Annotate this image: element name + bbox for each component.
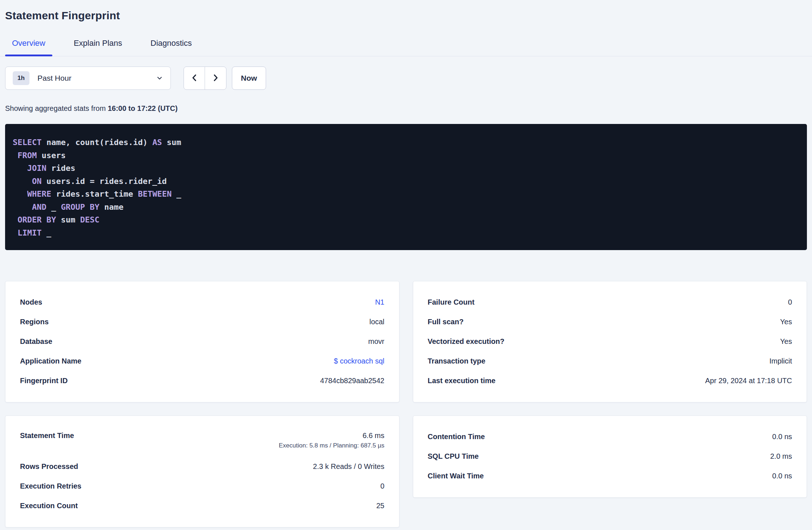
stat-label: Nodes — [20, 298, 42, 306]
stat-row-vectorized-execution: Vectorized execution?Yes — [428, 332, 792, 351]
stat-label: Full scan? — [428, 318, 464, 326]
stat-row-last-execution-time: Last execution timeApr 29, 2024 at 17:18… — [428, 371, 792, 390]
stats-range: 16:00 to 17:22 (UTC) — [108, 104, 177, 112]
sql-line: ORDER BY sum DESC — [13, 213, 799, 226]
stat-row-contention-time: Contention Time0.0 ns — [428, 427, 792, 446]
chevron-left-icon — [190, 74, 198, 83]
stat-subvalue: Execution: 5.8 ms / Planning: 687.5 µs — [279, 442, 384, 449]
time-range-badge: 1h — [13, 71, 29, 85]
page-title: Statement Fingerprint — [5, 9, 807, 22]
time-range-picker[interactable]: 1h Past Hour — [5, 67, 171, 90]
stat-label: Fingerprint ID — [20, 377, 68, 385]
stat-label: Execution Count — [20, 502, 78, 510]
stat-row-statement-time: Statement Time6.6 msExecution: 5.8 ms / … — [20, 427, 385, 457]
time-controls: 1h Past Hour Now — [5, 67, 807, 90]
stat-label: Client Wait Time — [428, 472, 484, 480]
stat-value: 0.0 ns — [772, 472, 792, 480]
stat-value-wrap: 0.0 ns — [772, 433, 792, 441]
stat-value-wrap: $ cockroach sql — [334, 357, 385, 365]
stat-value: 2.0 ms — [770, 452, 792, 461]
stat-label: Database — [20, 337, 52, 346]
stat-value-wrap: 6.6 msExecution: 5.8 ms / Planning: 687.… — [279, 427, 384, 449]
stat-row-execution-retries: Execution Retries0 — [20, 476, 385, 496]
stat-value: 4784cb829aab2542 — [320, 377, 385, 385]
stat-row-application-name: Application Name$ cockroach sql — [20, 351, 385, 371]
sql-line: JOIN rides — [13, 162, 799, 175]
sql-line: ON users.id = rides.rider_id — [13, 175, 799, 188]
chevron-down-icon — [156, 75, 163, 82]
stat-value-wrap: 4784cb829aab2542 — [320, 377, 385, 385]
stat-label: Execution Retries — [20, 482, 81, 490]
stat-value-wrap: 2.3 k Reads / 0 Writes — [313, 462, 384, 471]
now-button[interactable]: Now — [232, 67, 266, 90]
stat-value: 0 — [380, 482, 384, 490]
tab-explain-plans[interactable]: Explain Plans — [67, 38, 129, 56]
stat-value: movr — [368, 337, 384, 346]
time-step-buttons — [184, 67, 226, 90]
stat-value-wrap: movr — [368, 337, 384, 346]
stat-value: Apr 29, 2024 at 17:18 UTC — [705, 377, 792, 385]
sql-line: FROM users — [13, 149, 799, 162]
stat-value-link[interactable]: $ cockroach sql — [334, 357, 385, 365]
aggregated-stats-text: Showing aggregated stats from 16:00 to 1… — [5, 104, 807, 113]
stat-row-fingerprint-id: Fingerprint ID4784cb829aab2542 — [20, 371, 385, 390]
stat-label: Transaction type — [428, 357, 486, 365]
statement-timing-card-left: Statement Time6.6 msExecution: 5.8 ms / … — [5, 415, 399, 527]
stat-label: Last execution time — [428, 377, 496, 385]
stat-value-wrap: 0 — [788, 298, 792, 306]
stat-value-wrap: Yes — [780, 318, 792, 326]
stat-value: local — [369, 318, 384, 326]
stat-value-wrap: 0.0 ns — [772, 472, 792, 480]
stat-label: SQL CPU Time — [428, 452, 479, 461]
tab-diagnostics[interactable]: Diagnostics — [144, 38, 199, 56]
stat-value-link[interactable]: N1 — [375, 298, 385, 306]
stat-value-wrap: N1 — [375, 298, 385, 306]
stat-label: Regions — [20, 318, 49, 326]
stat-value-wrap: 0 — [380, 482, 384, 490]
sql-line: LIMIT _ — [13, 226, 799, 240]
stat-value-wrap: Yes — [780, 337, 792, 346]
statement-timing-card-right: Contention Time0.0 nsSQL CPU Time2.0 msC… — [413, 415, 807, 498]
stat-value-wrap: Implicit — [769, 357, 792, 365]
sql-line: AND _ GROUP BY name — [13, 201, 799, 214]
stat-value-wrap: Apr 29, 2024 at 17:18 UTC — [705, 377, 792, 385]
stat-row-transaction-type: Transaction typeImplicit — [428, 351, 792, 371]
sql-statement-box: SELECT name, count(rides.id) AS sum FROM… — [5, 124, 807, 250]
stat-row-database: Databasemovr — [20, 332, 385, 351]
stat-label: Contention Time — [428, 433, 485, 441]
stat-row-client-wait-time: Client Wait Time0.0 ns — [428, 466, 792, 486]
stat-value: Yes — [780, 337, 792, 346]
stat-row-execution-count: Execution Count25 — [20, 496, 385, 515]
tab-bar: OverviewExplain PlansDiagnostics — [0, 38, 812, 56]
stat-label: Statement Time — [20, 427, 74, 440]
stat-row-rows-processed: Rows Processed2.3 k Reads / 0 Writes — [20, 457, 385, 476]
chevron-right-icon — [212, 74, 220, 83]
statement-details-card-right: Failure Count0Full scan?YesVectorized ex… — [413, 281, 807, 402]
stats-cards: NodesN1RegionslocalDatabasemovrApplicati… — [5, 281, 807, 527]
stat-label: Application Name — [20, 357, 81, 365]
stats-prefix: Showing aggregated stats from — [5, 104, 108, 112]
sql-line: WHERE rides.start_time BETWEEN _ — [13, 188, 799, 201]
stat-value: 0.0 ns — [772, 433, 792, 441]
previous-range-button[interactable] — [184, 67, 205, 89]
statement-details-card-left: NodesN1RegionslocalDatabasemovrApplicati… — [5, 281, 399, 402]
stat-label: Rows Processed — [20, 462, 78, 471]
time-range-label: Past Hour — [37, 74, 71, 83]
stat-value: Yes — [780, 318, 792, 326]
stat-row-nodes: NodesN1 — [20, 292, 385, 312]
sql-line: SELECT name, count(rides.id) AS sum — [13, 136, 799, 149]
stat-row-regions: Regionslocal — [20, 312, 385, 332]
next-range-button[interactable] — [205, 67, 226, 89]
stat-value: Implicit — [769, 357, 792, 365]
stat-value-wrap: local — [369, 318, 384, 326]
stat-value: 2.3 k Reads / 0 Writes — [313, 462, 384, 471]
stat-label: Failure Count — [428, 298, 475, 306]
stat-row-sql-cpu-time: SQL CPU Time2.0 ms — [428, 446, 792, 466]
stat-label: Vectorized execution? — [428, 337, 505, 346]
tab-overview[interactable]: Overview — [5, 38, 52, 56]
stat-value-wrap: 2.0 ms — [770, 452, 792, 461]
stat-row-full-scan: Full scan?Yes — [428, 312, 792, 332]
stat-row-failure-count: Failure Count0 — [428, 292, 792, 312]
stat-value: 6.6 ms — [362, 431, 384, 440]
stat-value: 25 — [376, 502, 384, 510]
